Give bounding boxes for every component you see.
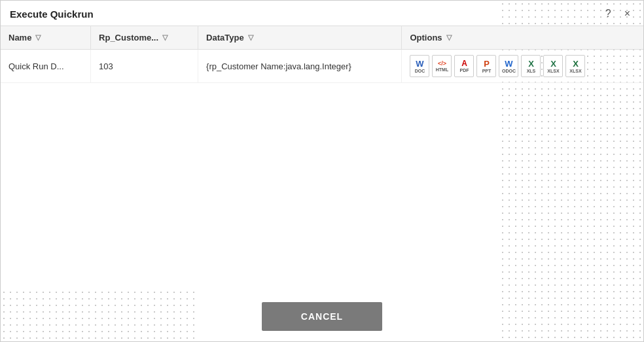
- rp-customer-filter-icon[interactable]: ▽: [162, 33, 168, 42]
- xlsx2-symbol: X: [573, 60, 579, 68]
- col-header-datatype: DataType ▽: [198, 26, 402, 50]
- col-header-options: Options ▽: [402, 26, 643, 50]
- options-icons: W DOC </> HTML A PDF: [410, 55, 635, 77]
- doc-label: DOC: [415, 69, 425, 73]
- ppt-label: PPT: [482, 69, 492, 73]
- close-button[interactable]: ×: [620, 7, 634, 20]
- xlsx2-label: XLSX: [569, 69, 581, 73]
- name-filter-icon[interactable]: ▽: [35, 33, 41, 42]
- col-datatype-label: DataType: [206, 33, 244, 43]
- row-datatype-value: {rp_Customer Name:java.lang.Integer}: [206, 61, 351, 71]
- col-name-label: Name: [9, 33, 31, 43]
- xlsx-symbol: X: [550, 60, 556, 68]
- html-icon[interactable]: </> HTML: [432, 55, 452, 77]
- cell-options: W DOC </> HTML A PDF: [402, 50, 643, 83]
- xls-symbol: X: [528, 60, 534, 68]
- pdf-label: PDF: [459, 68, 469, 73]
- cancel-button[interactable]: CANCEL: [262, 302, 382, 331]
- cell-name: Quick Run D...: [1, 50, 91, 83]
- table-container: Name ▽ Rp_Custome... ▽ DataType ▽: [1, 26, 643, 292]
- quickrun-table: Name ▽ Rp_Custome... ▽ DataType ▽: [1, 26, 643, 83]
- table-header-row: Name ▽ Rp_Custome... ▽ DataType ▽: [1, 26, 643, 50]
- cell-datatype: {rp_Customer Name:java.lang.Integer}: [198, 50, 402, 83]
- col-header-rp-customer: Rp_Custome... ▽: [91, 26, 198, 50]
- row-rp-customer-value: 103: [99, 61, 113, 71]
- ppt-symbol: P: [484, 60, 490, 68]
- col-header-name: Name ▽: [1, 26, 91, 50]
- help-button[interactable]: ?: [601, 7, 615, 20]
- html-label: HTML: [436, 67, 448, 72]
- doc-symbol: W: [416, 60, 423, 68]
- xlsx-icon[interactable]: X XLSX: [543, 55, 563, 77]
- xlsx-label: XLSX: [547, 69, 559, 73]
- dialog-title: Execute Quickrun: [10, 9, 94, 20]
- xlsx2-icon[interactable]: X XLSX: [565, 55, 585, 77]
- xls-label: XLS: [527, 69, 536, 73]
- row-name-value: Quick Run D...: [9, 61, 64, 71]
- col-options-label: Options: [410, 33, 442, 43]
- odoc-label: ODOC: [502, 69, 516, 73]
- ppt-icon[interactable]: P PPT: [476, 55, 496, 77]
- xls-icon[interactable]: X XLS: [521, 55, 541, 77]
- options-filter-icon[interactable]: ▽: [446, 33, 452, 42]
- datatype-filter-icon[interactable]: ▽: [248, 33, 253, 42]
- odoc-icon[interactable]: W ODOC: [499, 55, 518, 77]
- odoc-symbol: W: [505, 60, 512, 68]
- doc-icon[interactable]: W DOC: [410, 55, 429, 77]
- dialog-header: Execute Quickrun ? ×: [1, 1, 643, 26]
- pdf-symbol: A: [461, 60, 467, 67]
- dialog-footer: CANCEL: [1, 292, 643, 341]
- pdf-icon[interactable]: A PDF: [454, 55, 474, 77]
- html-symbol: </>: [438, 61, 446, 67]
- cell-rp-customer: 103: [91, 50, 198, 83]
- header-actions: ? ×: [601, 7, 634, 20]
- table-row: Quick Run D... 103 {rp_Customer Name:jav…: [1, 50, 643, 83]
- execute-quickrun-dialog: Execute Quickrun ? × Name ▽ Rp_Cu: [0, 0, 644, 342]
- col-rp-customer-label: Rp_Custome...: [99, 33, 158, 43]
